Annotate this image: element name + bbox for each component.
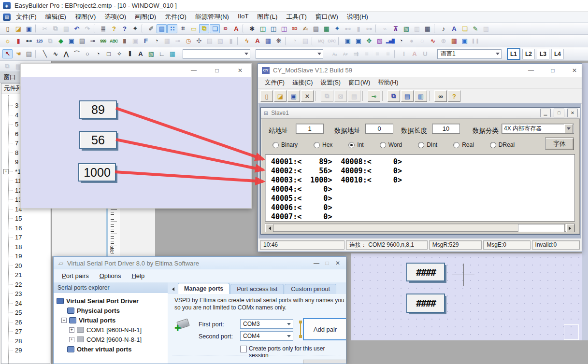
modslave-titlebar[interactable]: CY CY_ModSlave V1.2 Build 59 — □ ✕ [258,64,582,77]
pen-style-icon[interactable]: ✐ [146,24,156,33]
separator[interactable] [338,37,341,45]
open-icon[interactable]: ◪ [274,90,287,102]
address-grid-icon[interactable]: ▦ [263,36,273,45]
close-button[interactable]: ✕ [237,67,244,74]
menu-item[interactable]: 视图(V) [71,12,100,22]
radio-binary[interactable]: Binary [272,141,298,148]
online-simulation-icon[interactable]: ◫ [258,24,268,33]
bar-graph-icon[interactable]: ▂▅█ [385,36,395,45]
window-tree-item[interactable]: 22 [1,280,50,290]
separator[interactable] [316,91,319,101]
sd-download-icon[interactable]: SD [289,24,300,33]
expand-icon[interactable]: + [69,327,74,333]
window-tree-item[interactable]: 28 [1,336,50,346]
picture-library-icon[interactable]: ▧ [401,24,411,33]
window-tree-item[interactable]: 18 [1,242,50,252]
align-right-icon[interactable]: ≡ [383,49,393,58]
radio-hex[interactable]: Hex [314,141,332,148]
tree-item-other-virtual-ports[interactable]: Other virtual ports [57,344,168,354]
menu-item[interactable]: 画图(D) [130,12,160,22]
delete-icon[interactable]: ✕ [301,90,314,102]
comment-icon[interactable]: ❏ [210,24,220,33]
ruler-icon[interactable]: ▤ [157,24,167,33]
key-object-icon[interactable]: ⊸ [87,36,98,45]
word-watch-icon[interactable]: ▣ [353,36,363,45]
copy-icon[interactable]: ⧉ [50,24,60,33]
system-parameters-icon[interactable]: ☼ [2,36,13,45]
numeric-display-icon[interactable]: 999 [98,36,108,45]
separator[interactable] [35,50,38,58]
window-tree-item[interactable]: 16 [1,224,50,233]
data-sampling-icon[interactable]: ✣ [194,36,204,45]
menu-item[interactable]: 连接(C) [288,78,316,88]
font-enlarge-icon[interactable]: A▴ [330,49,340,58]
window-tree-item[interactable]: 29 [1,346,50,355]
align-left-icon[interactable]: ≡ [361,49,372,58]
report-icon[interactable]: ▤ [204,36,215,45]
project-watch-icon[interactable]: ⌖ [332,24,342,33]
gauge-icon[interactable]: ◔ [289,36,300,45]
separator[interactable] [312,37,315,45]
macro-icon[interactable]: ✍ [300,24,310,33]
font-test-icon[interactable]: A [252,36,262,45]
separator[interactable] [243,24,245,33]
new-file-icon[interactable]: ▯ [260,90,273,102]
line-tool-icon[interactable]: ╲ [40,49,50,58]
menu-item[interactable]: 窗口(W) [311,12,343,22]
radar-chart-icon[interactable]: ⊕ [438,36,448,45]
numeric-display-object[interactable]: #### [406,263,445,281]
clock-icon[interactable]: ◔ [151,36,161,45]
separator[interactable] [94,24,97,33]
event-display-icon[interactable]: ▣ [459,36,470,45]
menu-help[interactable]: Help [127,271,149,280]
tree-item-com1[interactable]: + COM1 [9600-N-8-1] [57,325,168,335]
open-icon[interactable]: ◪ [13,24,23,33]
window-tree-item[interactable]: 25 [1,308,50,318]
picture-combo[interactable] [256,49,323,59]
window-tree-item[interactable]: 27 [1,327,50,336]
save-icon[interactable]: ▣ [24,24,34,33]
numeric-value-box[interactable]: 89 [79,100,117,119]
shape-library-icon[interactable]: ▥ [412,24,422,33]
ring-shape-icon[interactable]: ◌ [417,36,427,45]
address-card-icon[interactable]: ▤ [77,36,87,45]
string-editor-icon[interactable]: ✎ [470,24,480,33]
corner-tool-icon[interactable]: ∟ [157,49,167,58]
id-display-icon[interactable]: ID [220,24,230,33]
separator[interactable] [375,24,378,33]
shape-combo[interactable] [183,49,250,59]
copy-station-icon[interactable]: ⧉ [321,90,333,102]
minimize-button[interactable]: — [190,67,197,74]
polygon-tool-icon[interactable]: ✧ [114,49,124,58]
second-port-select[interactable]: COM4 [240,331,293,341]
menu-item[interactable]: 窗口(W) [344,78,374,88]
separator[interactable] [394,50,397,58]
tile-horizontal-icon[interactable]: ▤ [401,90,414,102]
maximize-button[interactable]: □ [214,67,220,74]
menu-item[interactable]: 文件(F) [12,12,41,22]
new-file-icon[interactable]: ▯ [2,24,13,33]
menu-options[interactable]: Options [95,271,126,280]
hand-tool-icon[interactable]: ☚ [13,49,23,58]
radio-real[interactable]: Real [453,141,474,148]
cable-icon[interactable]: ⊶ [364,24,374,33]
minimize-button[interactable]: ▁ [540,109,551,117]
chevron-down-icon[interactable] [564,124,573,133]
compile-icon[interactable]: ✱ [247,24,257,33]
context-help-icon[interactable]: ? [119,24,129,33]
move-object-icon[interactable]: ✥ [364,36,374,45]
window-transfer-icon[interactable]: ▧ [374,36,385,45]
scheduler-icon[interactable]: ◷ [183,36,193,45]
restore-button[interactable]: □ [554,109,564,117]
horizontal-scrollbar[interactable] [265,224,575,232]
vspd-titlebar[interactable]: ▱ Virtual Serial Port Driver 8.0 by Elti… [54,257,346,269]
tab-manage-ports[interactable]: Manage ports [178,283,229,294]
state-button[interactable]: L2 [522,49,535,59]
undo-icon[interactable]: ↶ [72,24,82,33]
close-button[interactable]: ✕ [571,67,578,74]
window-tree-item[interactable]: 21 [1,270,50,280]
grid-icon[interactable]: ∷ [167,24,177,33]
save-icon[interactable]: ▣ [287,90,300,102]
tab-custom-pinout[interactable]: Custom pinout [285,284,336,294]
history-table-icon[interactable]: ▦ [449,36,459,45]
